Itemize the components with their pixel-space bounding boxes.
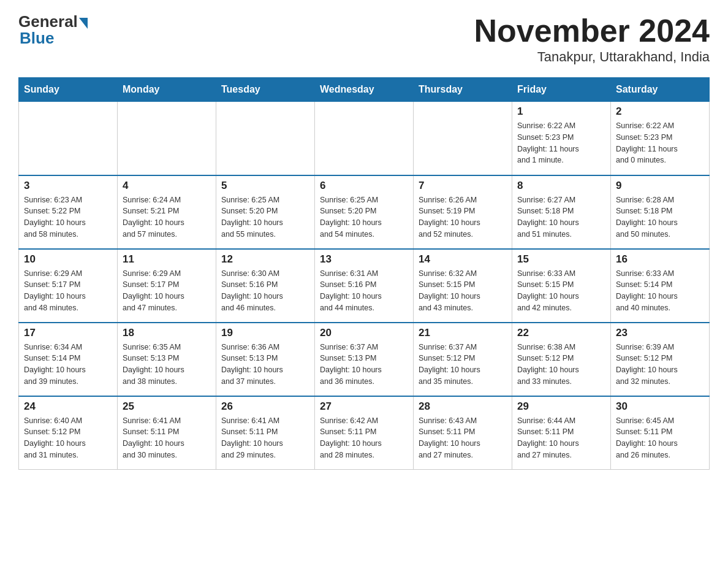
day-number: 2	[616, 105, 704, 118]
day-info: Sunrise: 6:37 AMSunset: 5:12 PMDaylight:…	[419, 342, 507, 388]
day-number: 24	[24, 400, 112, 413]
day-number: 23	[616, 327, 704, 339]
weekday-header-monday: Monday	[118, 78, 216, 102]
calendar-cell: 12Sunrise: 6:30 AMSunset: 5:16 PMDayligh…	[216, 249, 315, 323]
day-number: 25	[123, 400, 211, 413]
day-info: Sunrise: 6:33 AMSunset: 5:14 PMDaylight:…	[616, 268, 704, 314]
day-number: 27	[320, 400, 408, 413]
day-info: Sunrise: 6:35 AMSunset: 5:13 PMDaylight:…	[123, 342, 211, 388]
weekday-header-row: SundayMondayTuesdayWednesdayThursdayFrid…	[19, 78, 710, 102]
day-info: Sunrise: 6:29 AMSunset: 5:17 PMDaylight:…	[24, 268, 112, 314]
day-info: Sunrise: 6:42 AMSunset: 5:11 PMDaylight:…	[320, 415, 408, 461]
day-info: Sunrise: 6:29 AMSunset: 5:17 PMDaylight:…	[123, 268, 211, 314]
location-text: Tanakpur, Uttarakhand, India	[474, 49, 710, 65]
calendar-cell	[118, 102, 216, 175]
day-number: 20	[320, 327, 408, 339]
calendar-cell	[315, 102, 414, 175]
page-header: General Blue November 2024 Tanakpur, Utt…	[18, 12, 710, 65]
day-number: 16	[616, 253, 704, 266]
calendar-week-1: 1Sunrise: 6:22 AMSunset: 5:23 PMDaylight…	[19, 102, 710, 175]
calendar-cell: 10Sunrise: 6:29 AMSunset: 5:17 PMDayligh…	[19, 249, 118, 323]
day-info: Sunrise: 6:34 AMSunset: 5:14 PMDaylight:…	[24, 342, 112, 388]
calendar-cell: 15Sunrise: 6:33 AMSunset: 5:15 PMDayligh…	[512, 249, 611, 323]
calendar-cell: 11Sunrise: 6:29 AMSunset: 5:17 PMDayligh…	[118, 249, 216, 323]
day-number: 14	[419, 253, 507, 266]
calendar-cell: 19Sunrise: 6:36 AMSunset: 5:13 PMDayligh…	[216, 323, 315, 396]
calendar-cell: 26Sunrise: 6:41 AMSunset: 5:11 PMDayligh…	[216, 396, 315, 470]
day-number: 5	[221, 180, 309, 192]
calendar-week-5: 24Sunrise: 6:40 AMSunset: 5:12 PMDayligh…	[19, 396, 710, 470]
title-block: November 2024 Tanakpur, Uttarakhand, Ind…	[474, 12, 710, 65]
day-number: 19	[221, 327, 309, 339]
day-info: Sunrise: 6:45 AMSunset: 5:11 PMDaylight:…	[616, 415, 704, 461]
calendar-cell	[19, 102, 118, 175]
calendar-cell: 13Sunrise: 6:31 AMSunset: 5:16 PMDayligh…	[315, 249, 414, 323]
day-number: 17	[24, 327, 112, 339]
day-info: Sunrise: 6:30 AMSunset: 5:16 PMDaylight:…	[221, 268, 309, 314]
day-info: Sunrise: 6:39 AMSunset: 5:12 PMDaylight:…	[616, 342, 704, 388]
calendar-cell: 27Sunrise: 6:42 AMSunset: 5:11 PMDayligh…	[315, 396, 414, 470]
calendar-cell: 29Sunrise: 6:44 AMSunset: 5:11 PMDayligh…	[512, 396, 611, 470]
day-number: 11	[123, 253, 211, 266]
day-number: 13	[320, 253, 408, 266]
day-info: Sunrise: 6:31 AMSunset: 5:16 PMDaylight:…	[320, 268, 408, 314]
calendar-cell: 21Sunrise: 6:37 AMSunset: 5:12 PMDayligh…	[414, 323, 512, 396]
day-number: 12	[221, 253, 309, 266]
day-number: 9	[616, 180, 704, 192]
calendar-table: SundayMondayTuesdayWednesdayThursdayFrid…	[18, 77, 710, 470]
calendar-cell: 3Sunrise: 6:23 AMSunset: 5:22 PMDaylight…	[19, 175, 118, 249]
calendar-week-4: 17Sunrise: 6:34 AMSunset: 5:14 PMDayligh…	[19, 323, 710, 396]
calendar-cell: 30Sunrise: 6:45 AMSunset: 5:11 PMDayligh…	[611, 396, 710, 470]
calendar-cell: 6Sunrise: 6:25 AMSunset: 5:20 PMDaylight…	[315, 175, 414, 249]
calendar-cell	[414, 102, 512, 175]
day-number: 22	[517, 327, 605, 339]
weekday-header-friday: Friday	[512, 78, 611, 102]
day-info: Sunrise: 6:33 AMSunset: 5:15 PMDaylight:…	[517, 268, 605, 314]
day-info: Sunrise: 6:25 AMSunset: 5:20 PMDaylight:…	[320, 194, 408, 240]
day-info: Sunrise: 6:27 AMSunset: 5:18 PMDaylight:…	[517, 194, 605, 240]
day-number: 3	[24, 180, 112, 192]
calendar-cell: 5Sunrise: 6:25 AMSunset: 5:20 PMDaylight…	[216, 175, 315, 249]
calendar-cell: 18Sunrise: 6:35 AMSunset: 5:13 PMDayligh…	[118, 323, 216, 396]
day-info: Sunrise: 6:43 AMSunset: 5:11 PMDaylight:…	[419, 415, 507, 461]
day-number: 10	[24, 253, 112, 266]
weekday-header-wednesday: Wednesday	[315, 78, 414, 102]
calendar-cell: 23Sunrise: 6:39 AMSunset: 5:12 PMDayligh…	[611, 323, 710, 396]
day-number: 6	[320, 180, 408, 192]
calendar-cell	[216, 102, 315, 175]
calendar-cell: 1Sunrise: 6:22 AMSunset: 5:23 PMDaylight…	[512, 102, 611, 175]
day-info: Sunrise: 6:44 AMSunset: 5:11 PMDaylight:…	[517, 415, 605, 461]
day-info: Sunrise: 6:41 AMSunset: 5:11 PMDaylight:…	[123, 415, 211, 461]
day-info: Sunrise: 6:24 AMSunset: 5:21 PMDaylight:…	[123, 194, 211, 240]
day-info: Sunrise: 6:37 AMSunset: 5:13 PMDaylight:…	[320, 342, 408, 388]
calendar-cell: 25Sunrise: 6:41 AMSunset: 5:11 PMDayligh…	[118, 396, 216, 470]
day-number: 15	[517, 253, 605, 266]
day-number: 28	[419, 400, 507, 413]
calendar-header: SundayMondayTuesdayWednesdayThursdayFrid…	[19, 78, 710, 102]
calendar-cell: 24Sunrise: 6:40 AMSunset: 5:12 PMDayligh…	[19, 396, 118, 470]
calendar-cell: 20Sunrise: 6:37 AMSunset: 5:13 PMDayligh…	[315, 323, 414, 396]
day-number: 29	[517, 400, 605, 413]
day-number: 26	[221, 400, 309, 413]
day-number: 1	[517, 105, 605, 118]
calendar-cell: 4Sunrise: 6:24 AMSunset: 5:21 PMDaylight…	[118, 175, 216, 249]
calendar-cell: 16Sunrise: 6:33 AMSunset: 5:14 PMDayligh…	[611, 249, 710, 323]
calendar-cell: 7Sunrise: 6:26 AMSunset: 5:19 PMDaylight…	[414, 175, 512, 249]
calendar-cell: 8Sunrise: 6:27 AMSunset: 5:18 PMDaylight…	[512, 175, 611, 249]
month-title: November 2024	[474, 12, 710, 49]
calendar-body: 1Sunrise: 6:22 AMSunset: 5:23 PMDaylight…	[19, 102, 710, 470]
day-info: Sunrise: 6:41 AMSunset: 5:11 PMDaylight:…	[221, 415, 309, 461]
day-info: Sunrise: 6:28 AMSunset: 5:18 PMDaylight:…	[616, 194, 704, 240]
day-info: Sunrise: 6:23 AMSunset: 5:22 PMDaylight:…	[24, 194, 112, 240]
logo-arrow-icon	[79, 18, 88, 29]
calendar-week-3: 10Sunrise: 6:29 AMSunset: 5:17 PMDayligh…	[19, 249, 710, 323]
weekday-header-saturday: Saturday	[611, 78, 710, 102]
day-number: 8	[517, 180, 605, 192]
calendar-cell: 17Sunrise: 6:34 AMSunset: 5:14 PMDayligh…	[19, 323, 118, 396]
day-info: Sunrise: 6:40 AMSunset: 5:12 PMDaylight:…	[24, 415, 112, 461]
weekday-header-sunday: Sunday	[19, 78, 118, 102]
day-info: Sunrise: 6:26 AMSunset: 5:19 PMDaylight:…	[419, 194, 507, 240]
day-number: 7	[419, 180, 507, 192]
day-info: Sunrise: 6:32 AMSunset: 5:15 PMDaylight:…	[419, 268, 507, 314]
calendar-week-2: 3Sunrise: 6:23 AMSunset: 5:22 PMDaylight…	[19, 175, 710, 249]
